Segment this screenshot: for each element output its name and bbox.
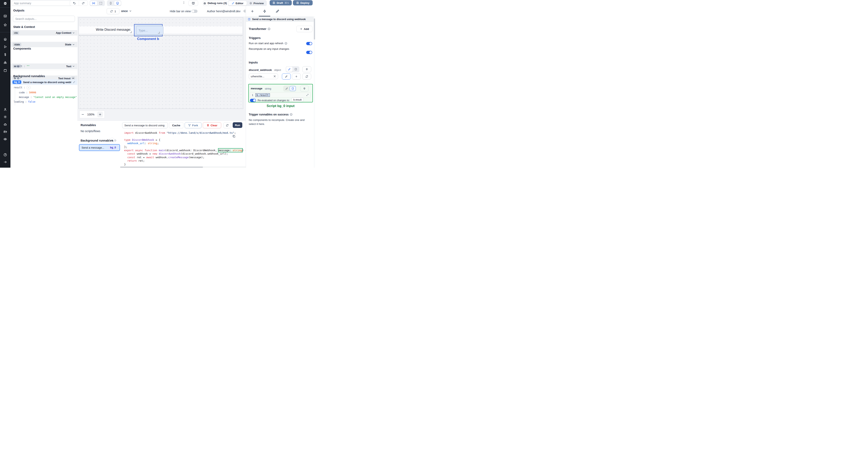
connect-plug-icon[interactable] xyxy=(302,66,311,72)
cache-button[interactable]: Cache xyxy=(169,122,183,128)
redo-icon[interactable] xyxy=(79,1,88,6)
scrollbar-thumb[interactable] xyxy=(120,167,203,168)
chevron-down-icon[interactable] xyxy=(72,65,75,68)
boxes-icon[interactable] xyxy=(3,61,7,64)
app-canvas[interactable]: Write Discord message: Type... Component… xyxy=(78,16,246,121)
chevron-down-icon[interactable] xyxy=(72,32,75,34)
resize-handle[interactable] xyxy=(130,31,132,33)
refresh-count-button[interactable]: 1 xyxy=(107,8,119,14)
info-icon[interactable] xyxy=(268,28,271,30)
scrollbar-thumb[interactable] xyxy=(314,19,315,39)
home-icon[interactable] xyxy=(3,37,7,41)
app-sidebar xyxy=(0,0,10,168)
refresh-script-button[interactable] xyxy=(223,122,231,128)
chevron-down-icon[interactable] xyxy=(72,43,75,46)
add-runnable-button[interactable] xyxy=(110,138,115,143)
static-mode-pencil-icon[interactable] xyxy=(284,86,290,91)
component-a-text[interactable]: Write Discord message: xyxy=(96,28,131,32)
settings-tab[interactable] xyxy=(263,9,267,13)
add-transformer-button[interactable]: Add xyxy=(297,26,312,32)
dollar-icon[interactable] xyxy=(3,53,7,57)
expand-icon[interactable] xyxy=(97,1,104,5)
edit-resource-pencil-icon[interactable] xyxy=(282,73,291,79)
run-button[interactable]: Run xyxy=(233,122,242,128)
info-icon[interactable] xyxy=(284,42,287,45)
canvas-grid[interactable]: Write Discord message: Type... Component… xyxy=(79,18,243,109)
create-resource-plus-icon[interactable] xyxy=(292,73,301,79)
styling-tab[interactable] xyxy=(276,9,279,13)
selected-runnable[interactable]: Send a message... bg_0 xyxy=(79,144,120,151)
robot-icon[interactable] xyxy=(3,123,7,126)
ctx-badge: ctx xyxy=(13,31,19,35)
copy-icon[interactable] xyxy=(232,135,236,138)
resize-handle[interactable] xyxy=(158,32,160,34)
component-b-result: result: "" xyxy=(14,65,30,68)
desktop-icon[interactable] xyxy=(114,1,121,5)
play-icon[interactable] xyxy=(3,45,7,48)
folder-icon[interactable] xyxy=(3,130,7,134)
tab-editor[interactable]: Editor xyxy=(228,1,247,5)
close-icon[interactable] xyxy=(273,75,276,78)
script-name-input[interactable] xyxy=(122,122,168,128)
zoom-level: 100% xyxy=(85,113,96,116)
eval-mode-function-icon[interactable]: f xyxy=(292,67,299,72)
phone-icon[interactable] xyxy=(107,1,114,5)
message-expression-editor[interactable]: 1 b.result xyxy=(250,92,310,98)
align-icon[interactable] xyxy=(90,1,97,5)
hide-bar-toggle[interactable] xyxy=(191,10,197,13)
recompute-toggle[interactable] xyxy=(306,51,312,54)
refresh-mode-select[interactable]: once xyxy=(121,8,132,14)
help-icon[interactable] xyxy=(3,153,7,157)
author-label: Author henri@windmill.dev xyxy=(207,10,241,13)
settings-icon[interactable] xyxy=(3,115,7,119)
eval-mode-function-icon[interactable]: f xyxy=(290,86,296,91)
insert-component-tab[interactable] xyxy=(251,9,254,13)
deploy-button[interactable]: Deploy xyxy=(293,0,313,5)
star-icon[interactable] xyxy=(3,23,7,27)
output-row-ctx[interactable]: ctx App Context xyxy=(10,30,78,36)
discord-webhook-value-field[interactable]: u/henri/te... xyxy=(249,73,278,79)
calendar-icon[interactable] xyxy=(3,69,7,72)
static-mode-pencil-icon[interactable] xyxy=(286,67,292,72)
apps-icon[interactable] xyxy=(3,14,7,18)
message-expression-value[interactable]: b.result xyxy=(255,93,270,97)
runnable-header: f Send a message to discord using webhoo… xyxy=(246,16,315,22)
docs-button[interactable] xyxy=(188,0,198,6)
zoom-out-button[interactable] xyxy=(81,113,84,116)
reeval-toggle[interactable] xyxy=(250,99,256,102)
kebab-menu-icon[interactable] xyxy=(182,1,185,4)
bg0-runnable-row[interactable]: bg_0 Send a message to discord using web… xyxy=(10,79,78,85)
refresh-resource-icon[interactable] xyxy=(302,73,311,79)
collapse-button[interactable]: - xyxy=(27,86,31,89)
zoom-in-button[interactable] xyxy=(97,112,103,117)
code-lines[interactable]: import discordwebhook from "https://deno… xyxy=(124,131,246,166)
expand-small-icon[interactable] xyxy=(306,94,309,96)
search-outputs-input[interactable] xyxy=(13,16,75,22)
bg0-result-row[interactable]: result: - xyxy=(14,86,30,89)
connect-plug-icon[interactable] xyxy=(300,86,309,92)
component-b-selected[interactable]: Type... xyxy=(134,24,162,36)
fork-button[interactable]: Fork xyxy=(185,122,202,128)
horizontal-scrollbar[interactable] xyxy=(120,166,246,168)
canvas-toolbar: 1 once Hide bar on view Author henri@win… xyxy=(78,6,246,16)
reeval-value-chip[interactable]: b.result xyxy=(291,98,304,102)
trigger-success-title: Trigger runnables on success xyxy=(249,113,292,116)
component-a-type: Text xyxy=(66,65,71,68)
app-summary-input[interactable] xyxy=(12,0,73,6)
draft-button[interactable]: Draft ⌘S xyxy=(270,0,292,5)
run-on-start-toggle[interactable] xyxy=(306,42,312,45)
debug-runs-button[interactable]: Debug runs (3) xyxy=(203,0,227,6)
eye-icon[interactable] xyxy=(3,137,7,141)
sidebar-divider xyxy=(0,7,10,8)
refresh-icon xyxy=(110,10,113,13)
info-icon[interactable] xyxy=(290,113,292,116)
arrow-right-icon[interactable] xyxy=(3,160,7,164)
pencil-icon[interactable] xyxy=(73,81,75,83)
tab-preview[interactable]: Preview xyxy=(247,1,267,5)
output-row-state[interactable]: state State xyxy=(10,42,78,47)
undo-icon[interactable] xyxy=(70,1,79,6)
vertical-scrollbar[interactable] xyxy=(314,16,315,168)
windmill-logo-icon[interactable] xyxy=(3,1,7,5)
clear-button[interactable]: Clear xyxy=(203,122,221,128)
user-icon[interactable] xyxy=(3,108,7,111)
